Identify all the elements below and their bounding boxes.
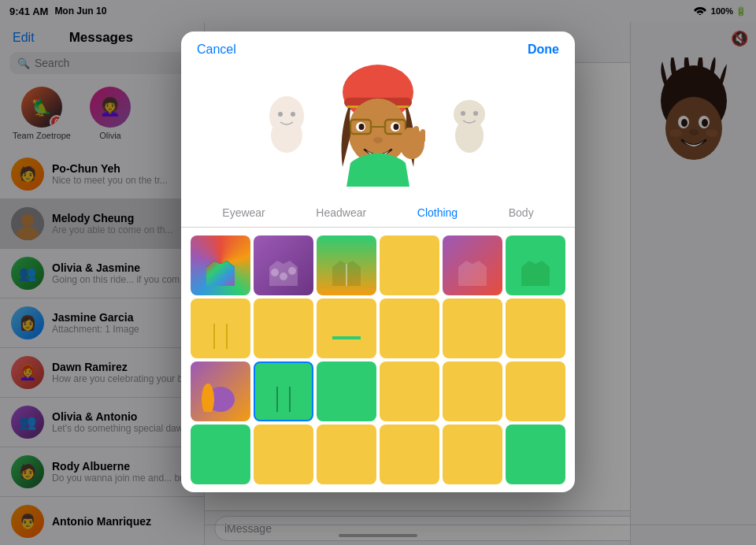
svg-point-38 <box>280 272 287 280</box>
tab-clothing[interactable]: Clothing <box>411 203 464 222</box>
clothing-item-22[interactable] <box>380 425 439 484</box>
memoji-main-preview <box>327 65 429 191</box>
clothing-item-7[interactable] <box>191 298 250 358</box>
modal-header: Cancel Done <box>181 32 575 57</box>
svg-point-39 <box>288 267 296 275</box>
clothing-item-21[interactable] <box>317 425 376 484</box>
category-tabs: Eyewear Headwear Clothing Body <box>181 198 575 228</box>
memoji-editor-modal: Cancel Done <box>181 32 575 492</box>
modal-overlay: Cancel Done <box>0 0 756 545</box>
tab-body[interactable]: Body <box>502 203 540 222</box>
clothing-item-20[interactable] <box>254 425 313 484</box>
svg-point-36 <box>473 111 478 116</box>
memoji-left-preview <box>259 92 314 163</box>
clothing-item-15[interactable] <box>317 361 376 421</box>
svg-point-44 <box>202 384 214 412</box>
clothing-item-11[interactable] <box>443 298 502 358</box>
clothing-item-13[interactable] <box>191 361 250 421</box>
tab-eyewear[interactable]: Eyewear <box>216 203 271 222</box>
clothing-item-9[interactable] <box>317 298 376 358</box>
svg-point-15 <box>278 112 283 117</box>
clothing-item-12[interactable] <box>506 298 565 358</box>
svg-point-27 <box>394 124 399 130</box>
clothing-item-10[interactable] <box>380 298 439 358</box>
clothing-item-17[interactable] <box>443 361 502 421</box>
clothing-item-18[interactable] <box>506 361 565 421</box>
svg-point-16 <box>291 112 295 117</box>
clothing-item-6[interactable] <box>506 235 565 295</box>
svg-point-26 <box>359 124 365 130</box>
clothing-item-5[interactable] <box>443 235 502 295</box>
tab-headwear[interactable]: Headwear <box>309 203 372 222</box>
clothing-grid <box>181 228 575 492</box>
memoji-preview-row <box>181 57 575 198</box>
svg-point-35 <box>461 111 465 116</box>
clothing-item-4[interactable] <box>380 235 439 295</box>
clothing-item-2[interactable] <box>254 235 313 295</box>
cancel-button[interactable]: Cancel <box>197 43 236 57</box>
clothing-item-14[interactable] <box>254 361 313 421</box>
clothing-item-16[interactable] <box>380 361 439 421</box>
clothing-item-1[interactable] <box>191 235 250 295</box>
memoji-right-preview <box>442 92 497 163</box>
clothing-item-19[interactable] <box>191 425 250 484</box>
clothing-item-23[interactable] <box>443 425 502 484</box>
svg-point-37 <box>271 269 279 276</box>
svg-rect-30 <box>406 128 412 142</box>
done-button[interactable]: Done <box>528 43 559 57</box>
svg-rect-31 <box>413 126 419 142</box>
svg-point-14 <box>271 118 302 153</box>
clothing-item-24[interactable] <box>506 425 565 484</box>
svg-point-28 <box>373 137 383 143</box>
clothing-item-3[interactable] <box>317 235 376 295</box>
svg-rect-32 <box>421 129 425 143</box>
clothing-item-8[interactable] <box>254 298 313 358</box>
